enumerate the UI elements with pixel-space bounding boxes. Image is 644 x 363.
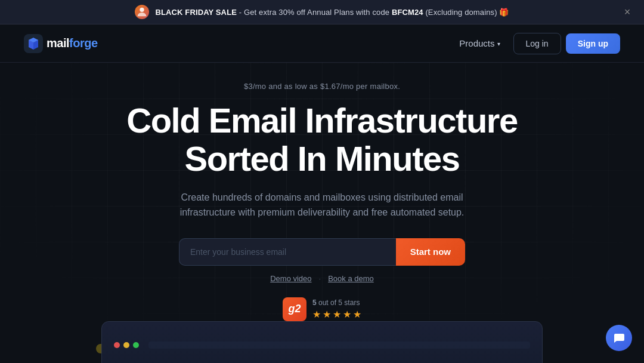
star-5: ★ [353, 309, 361, 320]
demo-video-link[interactable]: Demo video [270, 274, 311, 283]
signup-button[interactable]: Sign up [566, 33, 620, 54]
hero-title: Cold Email Infrastructure Sorted In Minu… [126, 101, 517, 178]
chat-icon [612, 331, 626, 344]
products-label: Products [459, 38, 494, 48]
chevron-down-icon: ▾ [497, 41, 500, 47]
star-3: ★ [333, 309, 341, 320]
g2-text: 5 out of 5 stars [312, 299, 360, 307]
hero-subtitle: Create hundreds of domains and mailboxes… [167, 190, 477, 220]
dot-minimize [123, 342, 129, 348]
banner-close-button[interactable]: × [620, 5, 634, 19]
links-divider: · [319, 274, 321, 283]
chat-button[interactable] [606, 325, 632, 351]
svg-point-0 [140, 8, 144, 12]
email-input[interactable] [179, 238, 396, 266]
product-preview-card [101, 321, 543, 363]
star-2: ★ [323, 309, 331, 320]
navbar: mailforge Products ▾ Log in Sign up [0, 24, 644, 63]
g2-stars: ★ ★ ★ ★ ★ [312, 309, 361, 320]
hero-title-line1: Cold Email Infrastructure [126, 101, 517, 140]
cta-links: Demo video · Book a demo [270, 274, 374, 283]
g2-info: 5 out of 5 stars ★ ★ ★ ★ ★ [312, 299, 361, 320]
hero-title-line2: Sorted In Minutes [184, 139, 459, 178]
dot-expand [133, 342, 139, 348]
start-now-button[interactable]: Start now [396, 238, 465, 266]
dot-close [114, 342, 120, 348]
logo-icon [24, 34, 43, 53]
hero-section: $3/mo and as low as $1.67/mo per mailbox… [0, 63, 644, 340]
star-4: ★ [343, 309, 351, 320]
nav-right: Products ▾ Log in Sign up [451, 33, 620, 54]
card-content-bar [148, 342, 530, 349]
logo[interactable]: mailforge [24, 34, 98, 53]
g2-badge: g2 [283, 297, 306, 321]
star-1: ★ [312, 309, 321, 320]
banner-text: BLACK FRIDAY SALE - Get extra 30% off An… [155, 8, 509, 17]
products-menu-button[interactable]: Products ▾ [451, 33, 508, 53]
cta-form: Start now [179, 238, 465, 266]
logo-wordmark: mailforge [47, 36, 98, 50]
login-button[interactable]: Log in [513, 33, 561, 54]
hero-content: $3/mo and as low as $1.67/mo per mailbox… [126, 82, 517, 340]
hero-tagline: $3/mo and as low as $1.67/mo per mailbox… [244, 82, 400, 91]
promo-banner: BLACK FRIDAY SALE - Get extra 30% off An… [0, 0, 644, 24]
window-dots [114, 342, 139, 348]
banner-avatar [135, 5, 149, 19]
book-demo-link[interactable]: Book a demo [328, 274, 374, 283]
g2-rating: g2 5 out of 5 stars ★ ★ ★ ★ ★ [283, 297, 361, 321]
